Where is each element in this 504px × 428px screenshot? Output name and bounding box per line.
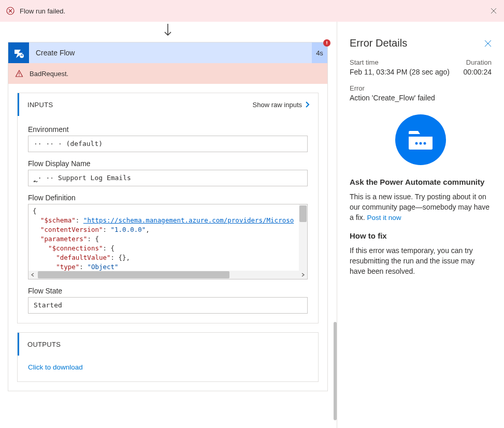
duration-label: Duration [464,58,492,66]
alert-text: Flow run failed. [20,7,65,15]
error-details-panel: Error Details Start time Feb 11, 03:34 P… [337,22,504,428]
field-environment: Environment ·· ·· · (default) [28,125,308,152]
post-it-now-link[interactable]: Post it now [367,214,401,222]
flow-arrow-icon [8,22,328,42]
field-value: ຼ · ·· Support Log Emails [28,170,308,186]
json-str: "1.0.0.0" [111,226,146,233]
svg-point-7 [21,55,22,56]
inputs-title: INPUTS [27,101,253,109]
field-label: Flow Definition [28,194,308,202]
start-time-value: Feb 11, 03:34 PM (28 sec ago) [350,68,464,76]
svg-point-6 [20,54,24,58]
svg-point-16 [420,142,422,145]
error-row-text: BadRequest. [30,70,68,78]
svg-point-17 [424,142,426,145]
json-key: "type" [56,263,79,271]
error-circle-icon [6,7,15,15]
json-key: "$connections" [48,244,103,252]
field-flow-definition: Flow Definition { "$schema": "https://sc… [28,194,308,279]
outputs-body: Click to download [18,356,318,381]
outputs-title: OUTPUTS [27,341,310,348]
json-key: "$schema" [40,216,76,224]
field-flow-display-name: Flow Display Name ຼ · ·· Support Log Ema… [28,159,308,186]
field-label: Flow Display Name [28,159,308,168]
inputs-header: INPUTS Show raw inputs [18,93,318,116]
field-value: ·· ·· · (default) [28,136,308,152]
start-duration-row: Start time Feb 11, 03:34 PM (28 sec ago)… [350,58,492,76]
folder-icon [395,114,446,165]
warning-icon [15,69,23,78]
scrollthumb[interactable] [299,205,307,222]
action-header[interactable]: Create Flow 4s [8,42,327,63]
flow-icon [8,42,29,63]
chevron-right-icon [305,101,310,108]
community-icon-block [350,114,492,165]
inputs-section: INPUTS Show raw inputs Environment ·· ··… [17,93,319,323]
ask-community-heading: Ask the Power Automate community [350,178,492,186]
scrollthumb[interactable] [38,271,229,278]
scroll-right-icon[interactable] [299,271,307,279]
alert-close-button[interactable] [491,8,497,14]
json-str: "Object" [87,263,118,271]
scroll-left-icon[interactable] [28,271,37,279]
outputs-section: OUTPUTS Click to download [17,332,319,382]
duration-value: 00:00:24 [464,68,492,76]
json-key: "contentVersion" [40,226,103,233]
duration-block: Duration 00:00:24 [464,58,492,76]
start-time-label: Start time [350,58,464,66]
field-label: Environment [28,125,308,134]
svg-point-11 [19,75,19,76]
svg-point-15 [415,142,418,145]
field-label: Flow State [28,287,308,295]
json-key: "defaultValue" [56,254,110,261]
horizontal-scrollbar[interactable] [28,271,307,279]
action-card: Create Flow 4s BadRequest. [8,42,328,391]
error-value: Action 'Create_Flow' failed [350,94,492,102]
show-raw-inputs-link[interactable]: Show raw inputs [253,101,310,109]
how-to-fix-heading: How to fix [350,231,492,240]
main-area: Create Flow 4s BadRequest. [0,22,504,428]
json-key: "parameters" [40,235,87,243]
error-details-header: Error Details [350,37,492,49]
ask-community-text: This is a new issue. Try posting about i… [350,191,492,223]
action-title: Create Flow [29,42,312,63]
error-details-title: Error Details [350,37,484,49]
close-panel-button[interactable] [484,40,492,47]
svg-rect-14 [407,134,435,137]
how-to-fix-text: If this error was temporary, you can try… [350,245,492,276]
error-row: BadRequest. [8,63,327,84]
error-label: Error [350,84,492,92]
show-raw-inputs-label: Show raw inputs [253,101,302,109]
field-flow-state: Flow State Started [28,287,308,314]
json-url: "https://schema.management.azure.com/pro… [83,216,294,224]
start-time-block: Start time Feb 11, 03:34 PM (28 sec ago) [350,58,464,76]
vertical-scrollbar[interactable] [299,204,307,271]
left-pane-scrollthumb[interactable] [334,322,337,420]
click-to-download-link[interactable]: Click to download [28,363,83,371]
svg-point-9 [326,44,327,45]
field-value: Started [28,297,308,314]
left-column: Create Flow 4s BadRequest. [0,22,337,428]
error-block: Error Action 'Create_Flow' failed [350,84,492,102]
alert-bar: Flow run failed. [0,0,504,22]
error-badge-icon [323,39,330,47]
flow-definition-json[interactable]: { "$schema": "https://schema.management.… [28,204,308,279]
inputs-body: Environment ·· ·· · (default) Flow Displ… [18,116,318,323]
outputs-header: OUTPUTS [18,333,318,356]
